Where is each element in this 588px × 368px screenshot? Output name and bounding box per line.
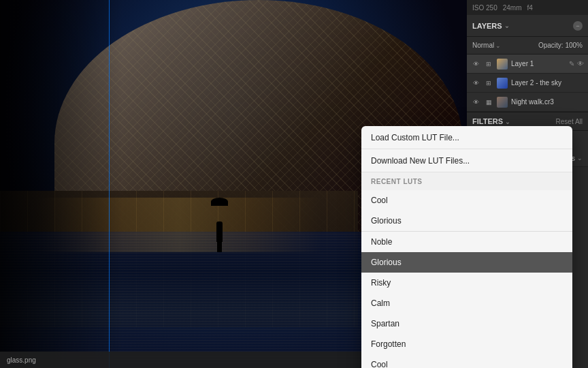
layers-title-text: LAYERS	[472, 22, 502, 30]
layers-chevron-icon: ⌄	[504, 22, 510, 29]
layer-name: Layer 1	[511, 60, 566, 67]
lut-recent-cool[interactable]: Cool	[361, 190, 572, 211]
lut-item-glorious[interactable]: Glorious	[361, 252, 572, 273]
opacity-control[interactable]: Opacity: 100%	[538, 42, 583, 49]
left-vignette	[0, 0, 122, 368]
download-lut-button[interactable]: Download New LUT Files...	[361, 149, 572, 172]
lut-item-cool[interactable]: Cool	[361, 354, 572, 368]
meta-bar: ISO 250 24mm f4	[467, 0, 588, 15]
right-panel: ISO 250 24mm f4 LAYERS ⌄ − Normal ⌄ Opac…	[467, 0, 588, 368]
layer-item[interactable]: 👁 ⊞ Layer 2 - the sky	[467, 74, 588, 93]
layer-item[interactable]: 👁 ▦ Night walk.cr3	[467, 93, 588, 112]
blend-row: Normal ⌄ Opacity: 100%	[467, 37, 588, 55]
lut-item-risky[interactable]: Risky	[361, 273, 572, 293]
layer-visibility-icon[interactable]: 👁	[471, 97, 480, 107]
lut-recent-glorious[interactable]: Glorious	[361, 211, 572, 231]
status-filename: glass.png	[7, 356, 36, 364]
blend-mode-chevron-icon: ⌄	[495, 42, 501, 49]
reset-all-button[interactable]: Reset All	[556, 118, 583, 125]
layer-thumbnail	[497, 97, 508, 108]
filters-title-text: FILTERS	[472, 117, 503, 125]
load-custom-lut-button[interactable]: Load Custom LUT File...	[361, 126, 572, 149]
meta-aperture: f4	[527, 4, 533, 12]
layer-mask-icon: ⊞	[484, 59, 493, 69]
filters-chevron-icon: ⌄	[505, 119, 510, 125]
layer-group-icon: ▦	[484, 97, 493, 107]
layer-actions: ✎ 👁	[569, 60, 584, 67]
layer-name: Layer 2 - the sky	[511, 79, 584, 87]
layer-thumbnail	[497, 78, 508, 89]
recent-luts-header: RECENT LUTS	[361, 172, 572, 190]
layers-header[interactable]: LAYERS ⌄ −	[467, 15, 588, 37]
figure-silhouette	[211, 198, 228, 242]
layer-item[interactable]: 👁 ⊞ Layer 1 ✎ 👁	[467, 55, 588, 74]
lut-chevron-icon: ⌄	[577, 155, 583, 162]
opacity-label: Opacity:	[538, 42, 564, 49]
layer-name: Night walk.cr3	[511, 98, 584, 106]
layer-visibility-icon[interactable]: 👁	[471, 59, 480, 69]
layer-eye-icon[interactable]: 👁	[577, 60, 584, 67]
blend-mode-value: Normal	[472, 42, 494, 49]
lut-item-calm[interactable]: Calm	[361, 293, 572, 313]
lut-dropdown: Load Custom LUT File... Download New LUT…	[361, 126, 572, 368]
filters-title-group: FILTERS ⌄	[472, 117, 510, 125]
lut-item-noble[interactable]: Noble	[361, 232, 572, 252]
blend-mode-selector[interactable]: Normal ⌄	[472, 42, 501, 49]
layer-mask-icon: ⊞	[484, 78, 493, 88]
lut-item-forgotten[interactable]: Forgotten	[361, 334, 572, 354]
meta-iso: ISO 250	[472, 4, 497, 12]
guide-line	[109, 0, 110, 368]
layer-edit-icon[interactable]: ✎	[569, 60, 574, 67]
opacity-value: 100%	[565, 42, 583, 49]
layer-visibility-icon[interactable]: 👁	[471, 78, 480, 88]
minimize-button[interactable]: −	[573, 21, 583, 31]
layer-thumbnail	[497, 59, 508, 70]
layers-title-group: LAYERS ⌄	[472, 22, 510, 30]
lut-item-spartan[interactable]: Spartan	[361, 313, 572, 334]
meta-focal: 24mm	[503, 4, 522, 12]
